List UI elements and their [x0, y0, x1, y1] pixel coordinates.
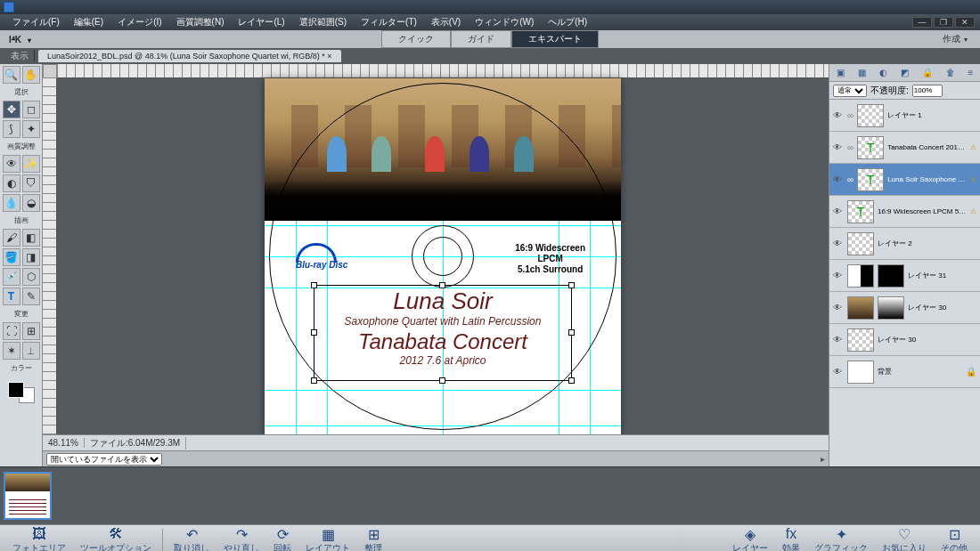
layer-row[interactable]: 👁 レイヤー 30 [829, 292, 980, 324]
move-tool[interactable]: ✥ [3, 101, 20, 118]
menu-file[interactable]: ファイル(F) [5, 16, 67, 28]
layer-name[interactable]: レイヤー 30 [878, 335, 976, 344]
transform-handle[interactable] [311, 329, 317, 336]
menu-window[interactable]: ウィンドウ(W) [468, 16, 541, 28]
layer-mask-thumbnail[interactable] [878, 296, 904, 320]
visibility-toggle-icon[interactable]: 👁 [833, 303, 844, 312]
horizontal-ruler[interactable] [57, 64, 829, 78]
gradient-tool[interactable]: ◨ [22, 248, 40, 266]
layer-thumbnail[interactable]: T [847, 200, 874, 223]
lock-icon[interactable]: 🔒 [922, 68, 933, 77]
marquee-tool[interactable]: ◻ [22, 101, 40, 118]
document-tab[interactable]: LunaSoir2012_BDL.psd @ 48.1% (Luna Soir … [38, 50, 341, 62]
effects-button[interactable]: fx効果 [775, 526, 807, 552]
blend-mode-select[interactable]: 通常 [833, 85, 867, 97]
visibility-toggle-icon[interactable]: 👁 [833, 367, 844, 377]
recompose-tool[interactable]: ⊞ [22, 322, 40, 340]
canvas-viewport[interactable]: Blu-ray Disc 16:9 Widescreen LPCM 5.1ch … [57, 78, 829, 434]
visibility-toggle-icon[interactable]: 👁 [833, 239, 844, 248]
layer-row[interactable]: 👁 レイヤー 31 [829, 260, 980, 292]
layer-row[interactable]: 👁 レイヤー 30 [829, 324, 980, 356]
visibility-toggle-icon[interactable]: 👁 [833, 142, 844, 152]
hand-tool[interactable]: ✋ [22, 66, 40, 84]
layer-name[interactable]: レイヤー 30 [908, 303, 976, 312]
adjustment-icon[interactable]: ◐ [879, 68, 887, 77]
transform-handle[interactable] [311, 377, 317, 384]
window-minimize-button[interactable]: — [912, 17, 932, 28]
window-maximize-button[interactable]: ❐ [934, 17, 953, 28]
visibility-toggle-icon[interactable]: 👁 [833, 207, 844, 216]
whiten-tool[interactable]: ✨ [22, 155, 40, 173]
layer-row[interactable]: 👁∞ レイヤー 1 [829, 100, 980, 132]
graphics-button[interactable]: ✦グラフィック [807, 526, 875, 552]
layer-thumbnail[interactable]: T [857, 136, 884, 159]
color-swatch[interactable] [8, 382, 35, 403]
transform-handle[interactable] [439, 377, 445, 384]
layer-thumbnail[interactable] [847, 328, 874, 352]
new-group-icon[interactable]: ▦ [858, 68, 866, 77]
redo-button[interactable]: ↷やり直し [216, 526, 266, 552]
layer-thumbnail[interactable] [847, 264, 874, 288]
transform-handle[interactable] [568, 282, 575, 288]
menu-layer[interactable]: レイヤー(L) [231, 16, 291, 28]
transform-handle[interactable] [568, 377, 575, 384]
blur-tool[interactable]: 💧 [3, 194, 20, 212]
menu-help[interactable]: ヘルプ(H) [541, 16, 594, 28]
spot-heal-tool[interactable]: ◐ [3, 174, 20, 192]
layer-name[interactable]: Luna Soir Saxophone Quar... [887, 175, 967, 183]
open-files-select[interactable]: 開いているファイルを表示 [46, 453, 162, 466]
magic-wand-tool[interactable]: ✦ [22, 120, 40, 138]
transform-bounding-box[interactable] [314, 285, 572, 381]
layer-thumbnail[interactable] [847, 361, 874, 384]
menu-filter[interactable]: フィルター(T) [354, 16, 424, 28]
artboard[interactable]: Blu-ray Disc 16:9 Widescreen LPCM 5.1ch … [265, 78, 621, 434]
mode-expert-tab[interactable]: エキスパート [511, 30, 599, 48]
menu-select[interactable]: 選択範囲(S) [292, 16, 354, 28]
transform-handle[interactable] [311, 282, 317, 288]
photo-area-button[interactable]: 🖼フォトエリア [5, 526, 73, 552]
link-icon[interactable]: ∞ [847, 174, 853, 184]
undo-button[interactable]: ↶取り消し [167, 526, 216, 552]
visibility-toggle-icon[interactable]: 👁 [833, 174, 844, 184]
layers-button[interactable]: ◈レイヤー [725, 526, 775, 552]
layer-name[interactable]: 背景 [878, 367, 962, 377]
menu-image[interactable]: イメージ(I) [110, 16, 168, 28]
layer-row[interactable]: 👁 背景 🔒 [829, 356, 980, 388]
paint-bucket-tool[interactable]: 🪣 [3, 248, 20, 266]
organize-button[interactable]: ⊞整理 [357, 526, 389, 552]
link-icon[interactable]: ∞ [847, 110, 853, 120]
window-close-button[interactable]: ✕ [955, 17, 975, 28]
link-icon[interactable]: ∞ [847, 142, 853, 152]
menu-edit[interactable]: 編集(E) [67, 16, 110, 28]
foreground-color[interactable] [8, 382, 24, 398]
layer-row[interactable]: 👁∞ T Tanabata Concert 2012 7...⚠ [829, 132, 980, 164]
transform-handle[interactable] [568, 329, 575, 336]
layer-name[interactable]: Tanabata Concert 2012 7... [887, 143, 967, 151]
brush-tool[interactable]: 🖌 [3, 229, 20, 247]
new-layer-icon[interactable]: ▣ [837, 68, 845, 77]
eyedropper-tool[interactable]: 💉 [3, 268, 20, 286]
zoom-tool[interactable]: 🔍 [3, 66, 20, 84]
layer-thumbnail[interactable] [857, 104, 884, 127]
type-tool[interactable]: T [3, 288, 20, 305]
layer-thumbnail[interactable]: T [857, 168, 884, 191]
more-button[interactable]: ⊡その他 [934, 526, 975, 552]
panel-menu-icon[interactable]: ≡ [968, 68, 974, 77]
ruler-origin[interactable] [43, 64, 57, 78]
crop-tool[interactable]: ⛶ [3, 322, 20, 340]
shape-tool[interactable]: ⬡ [22, 268, 40, 286]
visibility-toggle-icon[interactable]: 👁 [833, 271, 844, 280]
visibility-toggle-icon[interactable]: 👁 [833, 335, 844, 344]
layout-button[interactable]: ▦レイアウト [298, 526, 357, 552]
lasso-tool[interactable]: ⟆ [3, 120, 20, 138]
mode-quick-tab[interactable]: クイック [381, 30, 451, 48]
vertical-ruler[interactable] [43, 78, 57, 434]
create-menu[interactable]: 作成▾ [930, 31, 980, 47]
opacity-input[interactable] [912, 85, 943, 97]
doc-size[interactable]: ファイル:6.04M/29.3M [85, 437, 186, 450]
eraser-tool[interactable]: ◧ [22, 229, 40, 247]
layer-name[interactable]: レイヤー 1 [887, 110, 976, 120]
zoom-level[interactable]: 48.11% [43, 438, 85, 448]
layer-thumbnail[interactable] [847, 296, 874, 320]
menu-adjust[interactable]: 画質調整(N) [169, 16, 232, 28]
